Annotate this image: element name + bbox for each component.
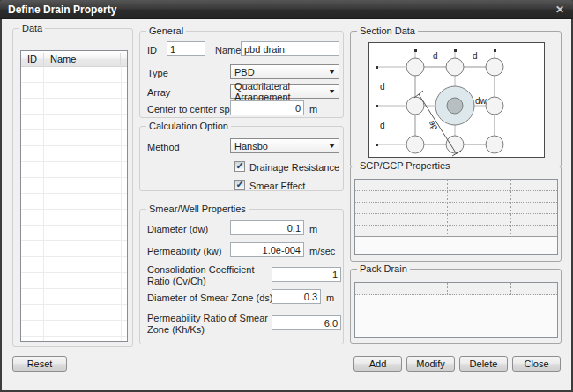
table-row[interactable] — [355, 203, 557, 214]
type-dropdown-value: PBD — [234, 67, 255, 78]
consolidation-ratio-input[interactable]: 1 — [272, 267, 341, 282]
add-button[interactable]: Add — [353, 356, 402, 372]
chevron-down-icon: ▼ — [328, 143, 336, 149]
checkbox-smear-effect[interactable]: ✓ — [234, 180, 245, 190]
table-row[interactable] — [355, 283, 557, 295]
column-header-name[interactable]: Name — [44, 54, 120, 64]
spacing-unit: m — [309, 104, 317, 115]
calculation-group-label: Calculation Option — [146, 121, 231, 131]
section-data-group-label: Section Data — [357, 26, 418, 36]
name-input[interactable]: pbd drain — [241, 41, 339, 56]
table-row[interactable] — [355, 180, 557, 191]
data-list[interactable]: ID Name — [20, 50, 128, 342]
smear-effect-label: Smear Effect — [249, 181, 305, 192]
name-label: Name — [215, 45, 241, 56]
de-label: de — [426, 118, 439, 132]
d-spacing-label: d — [433, 51, 438, 61]
data-group-label: Data — [19, 23, 45, 33]
reset-button[interactable]: Reset — [12, 356, 67, 372]
grid-column-line — [510, 203, 511, 213]
permeability-ratio-input[interactable]: 6.0 — [272, 315, 341, 330]
grid-column-line — [510, 214, 511, 225]
type-label: Type — [147, 68, 168, 79]
d-spacing-label: d — [380, 121, 385, 130]
smear-well-group-label: Smear/Well Properties — [146, 203, 249, 214]
calculation-option-group: Calculation Option Method Hansbo ▼ ✓ Dra… — [139, 126, 344, 191]
table-row[interactable] — [355, 226, 557, 237]
smear-well-group: Smear/Well Properties Diameter (dw) 0.1 … — [139, 209, 344, 344]
data-group: Data ID Name — [12, 28, 133, 347]
d-spacing-label: d — [380, 82, 385, 92]
drainage-resistance-label: Drainage Resistance — [249, 162, 339, 174]
chevron-down-icon: ▼ — [328, 88, 336, 94]
method-dropdown-value: Hansbo — [234, 141, 268, 152]
array-label: Array — [147, 87, 170, 99]
grid-column-line — [447, 180, 448, 190]
grid-column-line — [447, 226, 448, 236]
consolidation-ratio-label: Consolidation Coefficient Ratio (Cv/Ch) — [147, 264, 271, 287]
list-column-line — [121, 67, 122, 341]
permeability-ratio-label: Permeability Ratio of Smear Zone (Kh/Ks) — [147, 313, 275, 336]
delete-button[interactable]: Delete — [459, 356, 508, 372]
grid-column-line — [447, 283, 448, 294]
type-dropdown[interactable]: PBD ▼ — [230, 64, 339, 79]
array-dropdown[interactable]: Quadrilateral Arrangement ▼ — [230, 84, 339, 99]
scp-gcp-table[interactable] — [354, 179, 558, 255]
pack-drain-group: Pack Drain — [350, 269, 562, 344]
check-icon: ✓ — [235, 179, 243, 190]
column-header-id[interactable]: ID — [21, 54, 43, 64]
list-column-line — [43, 67, 44, 341]
method-dropdown[interactable]: Hansbo ▼ — [230, 138, 339, 153]
chevron-down-icon: ▼ — [328, 69, 336, 75]
table-row[interactable] — [355, 214, 557, 226]
data-list-body[interactable] — [21, 67, 127, 341]
grid-column-line — [510, 191, 511, 202]
permeability-kw-label: Permeability (kw) — [147, 246, 221, 257]
spacing-input[interactable]: 0 — [230, 100, 304, 115]
define-drain-property-dialog: Define Drain Property ✕ Data ID Name Gen… — [0, 0, 573, 392]
column-separator — [120, 53, 121, 65]
close-button[interactable]: Close — [512, 356, 561, 372]
general-group: General ID 1 Name pbd drain Type PBD ▼ A… — [139, 31, 344, 118]
scp-gcp-group-label: SCP/GCP Properties — [357, 160, 453, 171]
grid-column-line — [447, 191, 448, 202]
title-bar[interactable]: Define Drain Property ✕ — [0, 0, 573, 19]
grid-column-line — [510, 283, 511, 294]
diameter-dw-input[interactable]: 0.1 — [230, 220, 304, 235]
close-icon[interactable]: ✕ — [555, 4, 564, 15]
check-icon: ✓ — [235, 160, 243, 172]
diameter-dw-label: Diameter (dw) — [147, 224, 208, 235]
smear-zone-diameter-input[interactable]: 0.3 — [272, 289, 321, 304]
permeability-kw-unit: m/sec — [309, 246, 335, 256]
method-label: Method — [147, 142, 180, 153]
array-dropdown-value: Quadrilateral Arrangement — [234, 81, 329, 102]
smear-zone-diameter-label: Diameter of Smear Zone (ds) — [147, 292, 272, 304]
checkbox-drainage-resistance[interactable]: ✓ — [234, 161, 245, 172]
dialog-title: Define Drain Property — [0, 4, 116, 16]
general-group-label: General — [146, 26, 186, 36]
dw-label: dw — [475, 96, 487, 106]
grid-column-line — [510, 226, 511, 236]
grid-column-line — [447, 203, 448, 213]
smear-zone-diameter-unit: m — [326, 292, 334, 303]
drain-section-diagram: d d d d dw de — [368, 42, 545, 158]
grid-column-line — [510, 180, 511, 190]
section-data-group: Section Data — [350, 31, 562, 167]
id-input[interactable]: 1 — [167, 41, 205, 56]
table-row[interactable] — [355, 191, 557, 203]
grid-column-line — [447, 214, 448, 225]
pack-drain-group-label: Pack Drain — [357, 263, 410, 274]
pack-drain-table[interactable] — [354, 282, 558, 338]
d-spacing-label: d — [473, 51, 478, 61]
scp-gcp-group: SCP/GCP Properties — [350, 166, 562, 262]
drain-arrangement-svg: d d d d dw de — [369, 43, 544, 157]
data-list-header[interactable]: ID Name — [21, 51, 127, 67]
diameter-dw-unit: m — [309, 224, 317, 234]
permeability-kw-input[interactable]: 1.0e-004 — [230, 242, 304, 257]
drain-well-circle — [447, 98, 463, 114]
modify-button[interactable]: Modify — [406, 356, 455, 372]
id-label: ID — [147, 45, 157, 56]
